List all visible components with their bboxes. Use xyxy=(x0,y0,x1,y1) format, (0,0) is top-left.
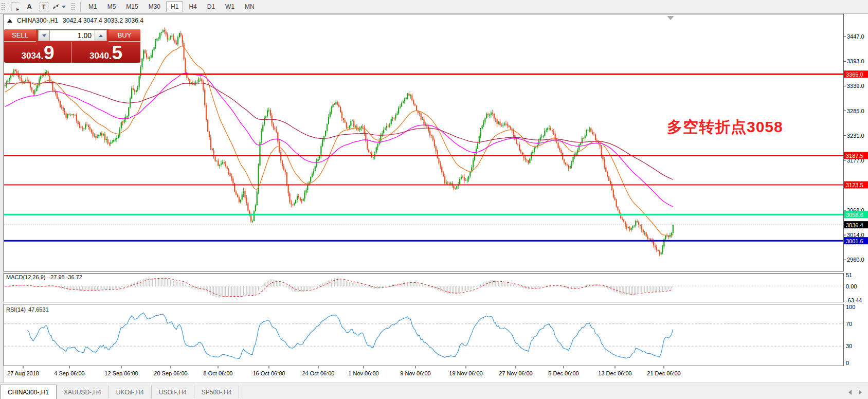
trading-platform-window: F A T M1 M5 M15 M30 H1 H4 D1 W1 MN MACD(… xyxy=(0,0,868,399)
sell-price-main: 3034 xyxy=(22,51,41,61)
f-glyph: F xyxy=(16,7,20,12)
time-tick-label: 12 Sep 06:00 xyxy=(104,370,138,376)
toolbar-grip-2[interactable] xyxy=(71,3,76,11)
price-badge-label: 3001.6 xyxy=(846,238,863,244)
pane-frames xyxy=(4,14,844,366)
price-tick-label: 3285.0 xyxy=(847,108,864,114)
price-tick-label: 2960.0 xyxy=(847,257,864,263)
order-panel-top: SELL BUY xyxy=(4,29,140,42)
tf-button-m5[interactable]: M5 xyxy=(103,1,121,12)
symbol-name: CHINA300-,H1 xyxy=(17,17,58,24)
time-tick-label: 24 Oct 06:00 xyxy=(302,370,335,376)
price-badge-label: 3036.4 xyxy=(846,222,863,228)
macd-tick-label: 0.00 xyxy=(846,283,857,289)
caret-up-icon xyxy=(99,34,103,37)
macd-pane xyxy=(4,274,844,302)
time-axis: 27 Aug 20184 Sep 06:0012 Sep 06:0020 Sep… xyxy=(7,366,681,376)
price-tick-label: 3231.0 xyxy=(847,133,864,139)
tf-button-m15[interactable]: M15 xyxy=(121,1,142,12)
rsi-pane xyxy=(4,304,844,366)
symbol-arrow-icon[interactable] xyxy=(7,19,12,23)
volume-increase-button[interactable] xyxy=(95,30,107,41)
buy-button[interactable]: BUY xyxy=(109,29,140,42)
toolbar-separator xyxy=(80,2,81,12)
tab-scroll-left-icon[interactable] xyxy=(848,390,852,395)
a-glyph: A xyxy=(27,3,32,11)
tab-usoil[interactable]: USOil-,H4 xyxy=(152,386,194,398)
grid-icon: F xyxy=(11,3,19,11)
volume-decrease-button[interactable] xyxy=(38,30,50,41)
sell-price[interactable]: 3034.9 xyxy=(4,42,72,63)
time-tick-label: 27 Aug 2018 xyxy=(7,370,39,376)
rsi-tick-label: 0 xyxy=(846,360,849,366)
buy-price[interactable]: 3040.5 xyxy=(72,42,140,63)
price-badge-label: 3058.6 xyxy=(846,212,863,218)
tab-xauusd[interactable]: XAUUSD-,H4 xyxy=(57,386,109,398)
cursor-tools-icon[interactable] xyxy=(52,2,66,12)
tf-button-m1[interactable]: M1 xyxy=(84,1,102,12)
chart-surface[interactable]: MACD(12,26,9)-27.95 -36.72RSI(14)47.6531… xyxy=(0,14,868,383)
price-badge-label: 3365.0 xyxy=(846,71,863,78)
macd-label: MACD(12,26,9)-27.95 -36.72 xyxy=(6,274,82,280)
t-box: T xyxy=(40,3,48,11)
time-tick-label: 1 Nov 06:00 xyxy=(348,370,378,376)
order-panel-prices: 3034.9 3040.5 xyxy=(4,42,140,63)
price-badge-label: 3187.5 xyxy=(846,153,863,159)
chart-annotation-text: 多空转折点3058 xyxy=(667,117,783,138)
buy-price-pip: 5 xyxy=(112,44,122,61)
time-tick-label: 4 Sep 06:00 xyxy=(54,370,84,376)
chart-title: CHINA300-,H1 3042.4 3047.4 3033.2 3036.4 xyxy=(7,17,143,24)
time-tick-label: 9 Nov 06:00 xyxy=(400,370,430,376)
rsi-tick-label: 30 xyxy=(846,343,852,349)
text-box-icon[interactable]: T xyxy=(38,2,50,12)
time-tick-label: 27 Nov 06:00 xyxy=(499,370,532,376)
rsi-tick-label: 70 xyxy=(846,321,852,327)
tf-button-mn[interactable]: MN xyxy=(240,1,259,12)
chart-grid-f-icon[interactable]: F xyxy=(9,2,21,12)
price-tick-label: 3339.0 xyxy=(847,83,864,89)
chart-tab-bar: CHINA300-,H1 XAUUSD-,H4 UKOil-,H4 USOil-… xyxy=(0,383,868,399)
tab-scroll-buttons xyxy=(848,390,868,395)
text-label-icon[interactable]: A xyxy=(23,2,35,12)
price-tick-label: 3393.0 xyxy=(847,58,864,64)
tf-button-h1[interactable]: H1 xyxy=(166,1,183,12)
tf-button-d1[interactable]: D1 xyxy=(203,1,220,12)
tf-button-h4[interactable]: H4 xyxy=(184,1,201,12)
buy-price-main: 3040 xyxy=(89,51,109,61)
tab-sp500[interactable]: SP500-,H4 xyxy=(194,386,240,398)
window-left-edge xyxy=(0,14,4,383)
time-tick-label: 8 Oct 06:00 xyxy=(204,370,233,376)
chart-shift-marker-icon[interactable] xyxy=(667,16,674,20)
ohlc-values: 3042.4 3047.4 3033.2 3036.4 xyxy=(63,17,143,24)
tf-button-w1[interactable]: W1 xyxy=(221,1,239,12)
time-tick-label: 20 Sep 06:00 xyxy=(154,370,187,376)
time-tick-label: 16 Oct 06:00 xyxy=(253,370,285,376)
cursor-tools-glyph xyxy=(52,3,60,10)
toolbar-grip[interactable] xyxy=(1,3,6,11)
tab-scroll-right-icon[interactable] xyxy=(859,390,862,395)
time-tick-label: 5 Dec 06:00 xyxy=(548,370,578,376)
one-click-trading-panel: SELL BUY 3034.9 3040.5 xyxy=(4,29,140,63)
price-badge-label: 3123.5 xyxy=(846,182,863,188)
tab-ukoil[interactable]: UKOil-,H4 xyxy=(109,386,152,398)
time-tick-label: 13 Dec 06:00 xyxy=(598,370,631,376)
price-axis: 3447.03393.03339.03285.03231.03177.03068… xyxy=(843,33,868,366)
price-tick-label: 3447.0 xyxy=(847,33,864,40)
top-toolbar: F A T M1 M5 M15 M30 H1 H4 D1 W1 MN xyxy=(0,0,868,14)
caret-down-icon xyxy=(42,34,46,37)
time-tick-label: 21 Dec 06:00 xyxy=(647,370,680,376)
time-tick-label: 19 Nov 06:00 xyxy=(449,370,482,376)
macd-tick-label: 51 xyxy=(846,272,852,278)
dropdown-caret-icon[interactable] xyxy=(62,6,66,8)
rsi-tick-label: 100 xyxy=(846,304,855,310)
sell-button[interactable]: SELL xyxy=(4,29,36,42)
tab-china300[interactable]: CHINA300-,H1 xyxy=(0,385,57,399)
macd-tick-label: -63.44 xyxy=(846,297,862,303)
volume-input[interactable] xyxy=(49,30,95,41)
sell-price-pip: 9 xyxy=(44,44,55,61)
tf-button-m30[interactable]: M30 xyxy=(144,1,165,12)
t-glyph: T xyxy=(42,4,46,10)
